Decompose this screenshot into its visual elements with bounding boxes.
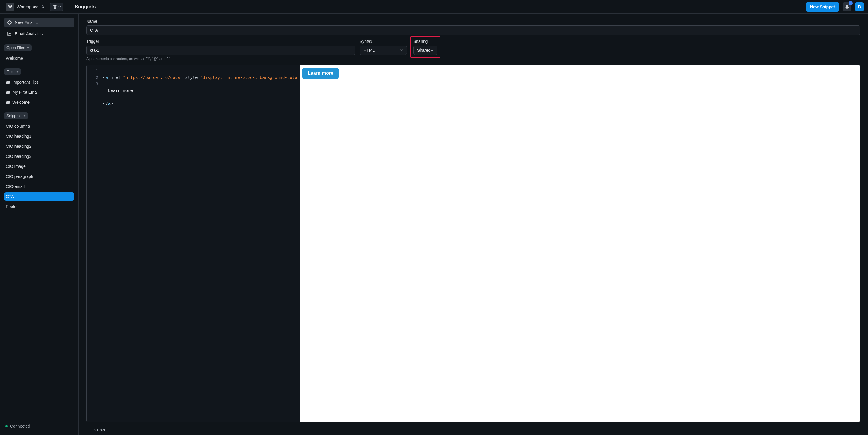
syntax-select[interactable]: HTML: [360, 46, 407, 55]
layers-icon: [53, 5, 57, 9]
open-file-label: Welcome: [6, 56, 23, 61]
snippets-label: Snippets: [6, 114, 22, 118]
snippet-label: CIO heading2: [6, 144, 31, 149]
status-dot-icon: [5, 425, 8, 427]
notification-count-badge: 3: [848, 1, 852, 5]
snippet-label: CIO heading3: [6, 154, 31, 159]
sidebar-snippet[interactable]: CIO image: [4, 162, 74, 171]
preview-pane: Learn more: [300, 65, 860, 422]
syntax-value: HTML: [364, 48, 375, 53]
page-title: Snippets: [75, 4, 96, 10]
snippet-label: CIO image: [6, 164, 26, 169]
caret-down-icon: [27, 47, 29, 49]
sidebar-file[interactable]: Welcome: [4, 98, 74, 106]
sharing-highlight: Sharing Shared: [410, 36, 440, 58]
snippet-label: CTA: [6, 194, 14, 199]
chevron-down-icon: [400, 49, 403, 51]
file-label: Important Tips: [12, 80, 39, 85]
snippet-label: CIO columns: [6, 124, 30, 128]
snippets-section-header[interactable]: Snippets: [4, 112, 28, 119]
bell-icon: [845, 4, 849, 9]
line-number: 2: [89, 74, 98, 81]
sharing-select[interactable]: Shared: [413, 46, 437, 55]
snippet-label: CIO paragraph: [6, 174, 33, 179]
plus-circle-icon: [7, 20, 12, 25]
workspace-name: Workspace: [17, 4, 39, 9]
sidebar-snippet-active[interactable]: CTA: [4, 193, 74, 201]
name-field-label: Name: [86, 19, 860, 24]
sidebar-snippet[interactable]: Footer: [4, 202, 74, 211]
snippet-label: Footer: [6, 204, 18, 209]
sharing-value: Shared: [417, 48, 430, 53]
files-section-header[interactable]: Files: [4, 68, 21, 75]
caret-down-icon: [16, 71, 19, 73]
envelope-icon: [6, 100, 10, 104]
caret-down-icon: [23, 115, 26, 117]
code-content: <a href="https://parcel.io/docs" style="…: [103, 65, 300, 422]
sidebar-snippet[interactable]: CIO-email: [4, 182, 74, 191]
code-editor[interactable]: 1 2 3 <a href="https://parcel.io/docs" s…: [87, 65, 300, 422]
syntax-field-label: Syntax: [360, 39, 407, 44]
snippet-label: CIO heading1: [6, 134, 31, 139]
line-number: 1: [89, 68, 98, 74]
sidebar-file[interactable]: Important Tips: [4, 78, 74, 86]
content: Name Trigger Alphanumeric characters, as…: [79, 13, 868, 435]
preview-cta-button[interactable]: Learn more: [302, 68, 339, 79]
layers-button[interactable]: [50, 3, 63, 11]
workarea: 1 2 3 <a href="https://parcel.io/docs" s…: [86, 65, 860, 422]
sidebar-snippet[interactable]: CIO columns: [4, 122, 74, 130]
file-label: Welcome: [12, 100, 30, 105]
chart-icon: [7, 31, 12, 36]
workspace-switcher[interactable]: W Workspace: [4, 1, 46, 12]
name-input[interactable]: [86, 25, 860, 35]
new-email-button[interactable]: New Email...: [4, 18, 74, 27]
sidebar-snippet[interactable]: CIO heading3: [4, 152, 74, 161]
sidebar-file[interactable]: My First Email: [4, 88, 74, 96]
notifications-button[interactable]: 3: [843, 2, 851, 11]
sidebar-open-file[interactable]: Welcome: [4, 54, 74, 62]
workspace-badge: W: [6, 3, 14, 11]
chevron-down-icon: [58, 6, 61, 8]
topbar: W Workspace Snippets New Snippet 3 B: [0, 0, 868, 13]
sidebar-snippet[interactable]: CIO heading2: [4, 142, 74, 150]
envelope-icon: [6, 80, 10, 84]
avatar-button[interactable]: B: [855, 2, 864, 11]
open-files-label: Open Files: [6, 46, 25, 50]
footer-status-bar: Saved: [86, 425, 860, 435]
save-status: Saved: [94, 428, 105, 432]
chevron-up-down-icon: [41, 5, 44, 9]
new-snippet-button[interactable]: New Snippet: [806, 2, 839, 11]
sharing-field-label: Sharing: [413, 39, 437, 44]
status-label: Connected: [10, 424, 30, 429]
email-analytics-link[interactable]: Email Analytics: [4, 29, 74, 38]
sidebar-snippet[interactable]: CIO paragraph: [4, 172, 74, 180]
sidebar-snippet[interactable]: CIO heading1: [4, 132, 74, 140]
trigger-input[interactable]: [86, 46, 355, 55]
new-email-label: New Email...: [15, 20, 38, 25]
envelope-icon: [6, 90, 10, 94]
trigger-field-label: Trigger: [86, 39, 355, 44]
sidebar: New Email... Email Analytics Open Files …: [0, 13, 79, 435]
open-files-section-header[interactable]: Open Files: [4, 44, 32, 51]
analytics-label: Email Analytics: [15, 31, 42, 36]
snippet-label: CIO-email: [6, 184, 25, 189]
connection-status: Connected: [4, 422, 74, 431]
files-label: Files: [6, 69, 14, 74]
line-number-gutter: 1 2 3: [87, 65, 103, 422]
trigger-hint: Alphanumeric characters, as well as "!",…: [86, 57, 355, 61]
line-number: 3: [89, 81, 98, 87]
chevron-down-icon: [430, 49, 433, 51]
file-label: My First Email: [12, 90, 39, 94]
